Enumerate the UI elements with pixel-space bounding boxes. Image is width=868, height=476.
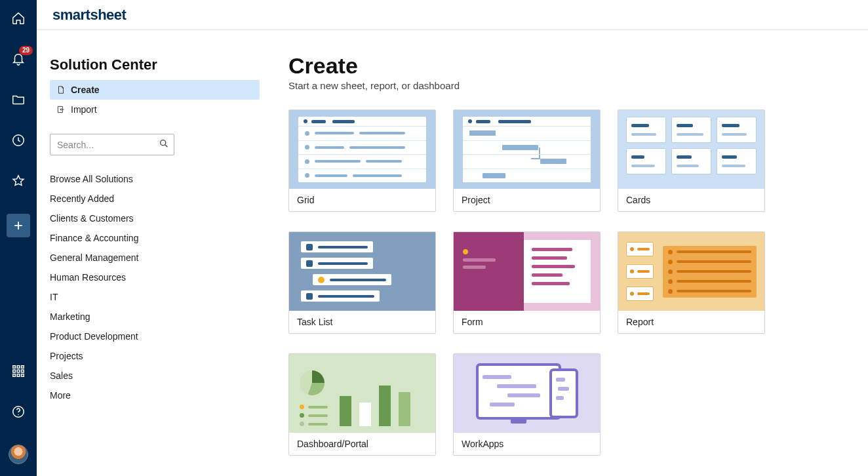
category-sales[interactable]: Sales [50,370,260,381]
template-card-project[interactable]: Project [453,109,601,212]
preview-project [454,110,600,189]
svg-rect-2 [17,366,20,368]
user-avatar[interactable] [9,445,28,464]
apps-icon[interactable] [10,363,26,379]
card-label: Dashboard/Portal [289,433,435,455]
solution-center-sidebar: Solution Center Create Import [37,30,288,476]
sidebar-item-label: Import [71,104,97,115]
preview-form [454,232,600,311]
template-card-workapps[interactable]: WorkApps [453,353,601,456]
notifications-icon[interactable]: 29 [10,51,26,67]
svg-rect-7 [13,374,16,377]
card-label: Form [454,311,600,333]
search-input[interactable] [50,134,174,155]
template-card-form[interactable]: Form [453,231,601,334]
recents-icon[interactable] [10,132,26,148]
category-finance[interactable]: Finance & Accounting [50,233,260,243]
svg-point-12 [161,140,166,145]
svg-rect-4 [13,370,16,372]
folder-icon[interactable] [10,92,26,108]
svg-rect-8 [17,374,20,377]
sidebar-item-label: Create [71,85,100,95]
card-label: Task List [289,311,435,333]
category-hr[interactable]: Human Resources [50,272,260,283]
help-icon[interactable] [10,404,26,420]
favorites-icon[interactable] [10,173,26,189]
preview-cards [618,110,764,189]
search-icon [159,138,169,151]
template-card-report[interactable]: Report [618,231,765,334]
card-label: Grid [289,189,435,211]
card-label: Cards [618,189,764,211]
category-browse-all[interactable]: Browse All Solutions [50,174,260,184]
svg-rect-3 [22,366,24,368]
template-card-grid[interactable]: Grid [288,109,436,212]
category-marketing[interactable]: Marketing [50,311,260,322]
template-card-task-list[interactable]: Task List [288,231,436,334]
category-more[interactable]: More [50,390,260,401]
svg-rect-1 [13,366,16,368]
category-projects[interactable]: Projects [50,351,260,361]
sidebar-title: Solution Center [50,56,260,73]
create-button[interactable]: + [7,214,30,237]
category-general-mgmt[interactable]: General Management [50,252,260,263]
svg-rect-6 [22,370,24,372]
preview-task-list [289,232,435,311]
category-recently-added[interactable]: Recently Added [50,193,260,204]
template-card-cards[interactable]: Cards [618,109,765,212]
preview-dashboard [289,354,435,433]
svg-rect-9 [22,374,24,377]
preview-workapps [454,354,600,433]
card-label: WorkApps [454,433,600,455]
nav-rail: 29 + [0,0,37,476]
page-subtitle: Start a new sheet, report, or dashboard [288,80,848,91]
category-it[interactable]: IT [50,292,260,302]
category-product-dev[interactable]: Product Development [50,331,260,342]
svg-point-11 [18,414,18,415]
card-label: Project [454,189,600,211]
sidebar-item-create[interactable]: Create [50,80,260,100]
sidebar-item-import[interactable]: Import [50,100,260,119]
brand-logo[interactable]: smartsheet [52,7,126,24]
template-card-dashboard[interactable]: Dashboard/Portal [288,353,436,456]
svg-rect-5 [17,370,20,372]
home-icon[interactable] [10,10,26,26]
card-label: Report [618,311,764,333]
import-icon [56,105,66,114]
preview-grid [289,110,435,189]
notifications-badge: 29 [19,46,33,55]
page-title: Create [288,53,848,79]
create-panel: Create Start a new sheet, report, or das… [288,30,868,476]
preview-report [618,232,764,311]
category-clients[interactable]: Clients & Customers [50,213,260,224]
sheet-icon [56,85,66,94]
